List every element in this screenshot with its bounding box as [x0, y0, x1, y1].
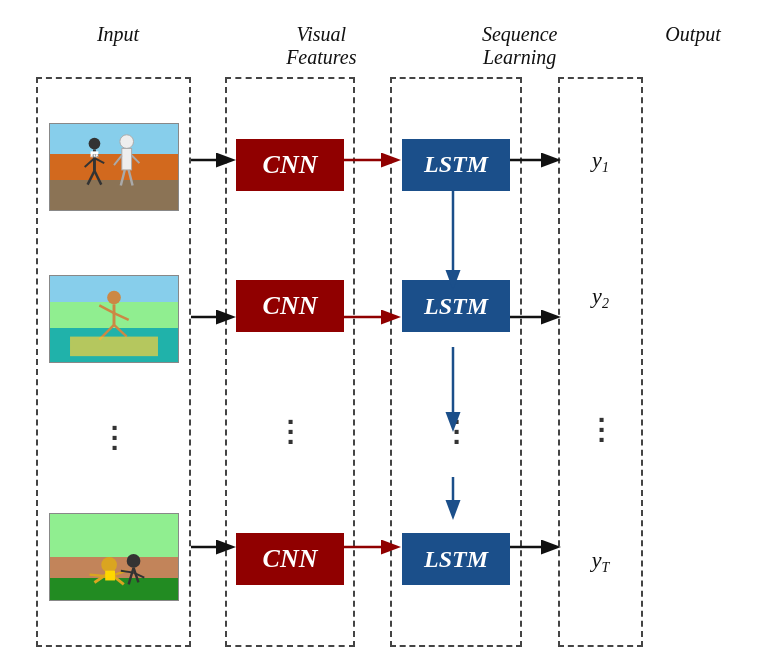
sl-header-line2: Learning	[445, 46, 595, 69]
svg-line-22	[120, 170, 124, 186]
vf-header-line1: Visual	[251, 23, 391, 46]
cnn-col-box: CNN CNN ⋮ CNN	[225, 77, 355, 647]
output-label-2: y2	[592, 283, 609, 312]
svg-point-12	[88, 138, 100, 150]
cnn-box-3: CNN	[236, 533, 344, 585]
svg-rect-32	[70, 336, 158, 356]
vf-header-line2: Features	[251, 46, 391, 69]
lstm-box-3: LSTM	[402, 533, 510, 585]
main-diagram: 432 ⋮	[28, 77, 748, 647]
svg-point-33	[101, 557, 117, 573]
output-label-T: yT	[592, 547, 610, 576]
svg-line-39	[128, 568, 133, 585]
input-image-2	[49, 275, 179, 363]
svg-text:432: 432	[91, 153, 99, 158]
svg-line-28	[99, 305, 114, 313]
svg-point-38	[126, 554, 140, 568]
page-wrapper: Input Visual Features Sequence Learning …	[0, 0, 776, 670]
output-header: Output	[648, 23, 738, 46]
svg-line-20	[114, 155, 122, 165]
svg-point-26	[107, 290, 121, 304]
output-label-1: y1	[592, 147, 609, 176]
svg-point-18	[119, 135, 133, 149]
lstm-col-box: LSTM LSTM ⋮ LSTM	[390, 77, 522, 647]
svg-rect-19	[121, 148, 131, 170]
lstm-dots: ⋮	[442, 421, 470, 443]
cnn-box-2: CNN	[236, 280, 344, 332]
output-col-box: y1 y2 ⋮ yT	[558, 77, 643, 647]
lstm-box-1: LSTM	[402, 139, 510, 191]
input-dots: ⋮	[100, 427, 128, 449]
svg-line-17	[94, 171, 101, 185]
column-headers: Input Visual Features Sequence Learning …	[28, 23, 748, 69]
input-image-3	[49, 513, 179, 601]
svg-rect-43	[105, 571, 115, 581]
cnn-dots: ⋮	[276, 421, 304, 443]
output-dots: ⋮	[587, 419, 615, 441]
svg-line-29	[114, 313, 129, 320]
lstm-box-2: LSTM	[402, 280, 510, 332]
svg-line-14	[84, 158, 94, 167]
sl-header-line1: Sequence	[445, 23, 595, 46]
input-col-box: 432 ⋮	[36, 77, 191, 647]
svg-line-21	[131, 155, 139, 163]
svg-line-31	[114, 325, 127, 337]
svg-line-16	[87, 171, 94, 185]
cnn-box-1: CNN	[236, 139, 344, 191]
svg-line-23	[128, 170, 132, 186]
input-image-1: 432	[49, 123, 179, 211]
input-header: Input	[38, 23, 198, 46]
